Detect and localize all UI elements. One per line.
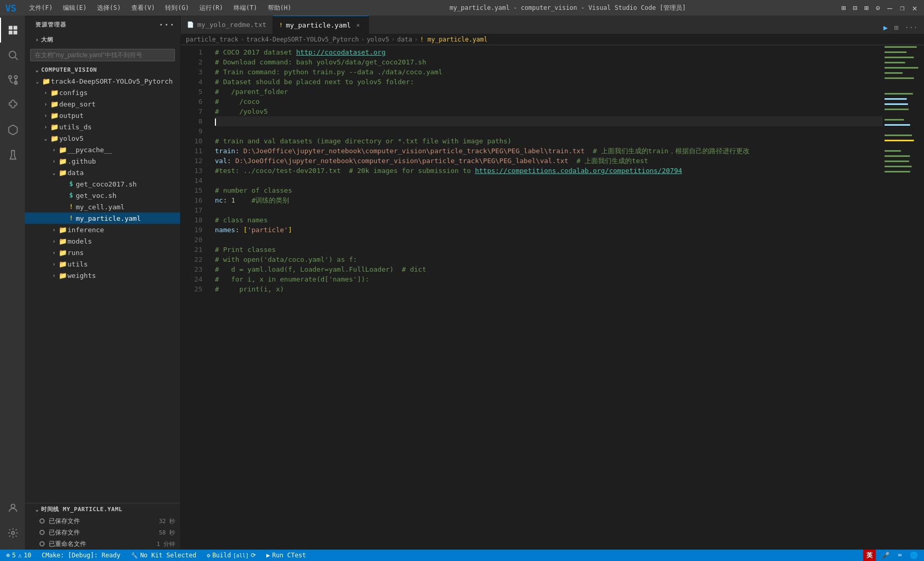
status-cmake[interactable]: CMake: [Debug]: Ready (39, 550, 123, 561)
menu-item-r[interactable]: 运行(R) (195, 3, 227, 14)
tree-item-get-voc[interactable]: › $ get_voc.sh (25, 190, 180, 201)
run-ctest-label: Run CTest (272, 552, 306, 559)
status-sougou[interactable]: 英 (863, 550, 876, 561)
tree-item-configs[interactable]: › 📁 configs (25, 87, 180, 98)
sidebar: 资源管理器 ··· › 大纲 ⌄ COMPUTER_VISION ⌄ 📁 tra… (25, 16, 181, 550)
status-no-kit[interactable]: 🔧 No Kit Selected (129, 550, 198, 561)
layout3-icon[interactable]: ⊞ (863, 4, 870, 11)
breadcrumb-part-0[interactable]: particle_track (186, 36, 238, 43)
code-line-18: # class names (215, 215, 882, 225)
tree-item-track4[interactable]: ⌄ 📁 track4-DeepSORT-YOLOv5_Pytorch (25, 75, 180, 87)
status-keyboard[interactable]: ⌨ (896, 550, 904, 561)
tab-close-yaml[interactable]: ✕ (354, 21, 362, 29)
timeline-item-3[interactable]: 已重命名文件 1 分钟 (25, 538, 180, 550)
tree-item-my-particle[interactable]: › ! my_particle.yaml (25, 212, 180, 224)
tree-item-pycache[interactable]: › 📁 __pycache__ (25, 144, 180, 155)
menu-item-g[interactable]: 转到(G) (161, 3, 193, 14)
translate-icon: 🌐 (910, 552, 918, 559)
warning-icon: ⚠ (18, 552, 21, 559)
code-line-11: train: D:\JoeOffice\jupyter_notebook\com… (215, 146, 882, 156)
status-run[interactable]: ▶ Run CTest (264, 550, 308, 561)
menu-item-v[interactable]: 查看(V) (127, 3, 159, 14)
timeline-dot-2 (39, 530, 45, 535)
timeline-item-2[interactable]: 已保存文件 58 秒 (25, 527, 180, 538)
search-input[interactable] (30, 49, 175, 61)
status-errors[interactable]: ⊗ 5 ⚠ 10 (4, 550, 33, 561)
timeline-header[interactable]: ⌄ 时间线 my_particle.yaml (25, 503, 180, 515)
editor-area: 📄 my_yolo_redme.txt ! my_particle.yaml ✕… (181, 16, 924, 550)
tree-item-output[interactable]: › 📁 output (25, 110, 180, 121)
timeline-dot-1 (39, 518, 45, 524)
close-button[interactable]: ✕ (911, 4, 919, 11)
outline-header[interactable]: › 大纲 (25, 34, 180, 46)
breadcrumb-part-4[interactable]: ! my_particle.yaml (420, 36, 487, 43)
tree-item-utils-ds[interactable]: › 📁 utils_ds (25, 121, 180, 132)
activity-extensions[interactable] (0, 117, 25, 142)
run-icon-status: ▶ (266, 552, 270, 559)
run-icon[interactable]: ▶ (881, 21, 890, 34)
breadcrumb-part-3[interactable]: data (397, 36, 412, 43)
activity-debug[interactable] (0, 92, 25, 117)
project-header[interactable]: ⌄ COMPUTER_VISION (25, 64, 180, 75)
menu-item-e[interactable]: 编辑(E) (59, 3, 91, 14)
file-explorer-tree: ⌄ COMPUTER_VISION ⌄ 📁 track4-DeepSORT-YO… (25, 64, 180, 503)
layout-icon[interactable]: ⊞ (840, 4, 847, 11)
menu-item-h[interactable]: 帮助(H) (264, 3, 296, 14)
code-line-20 (215, 235, 882, 245)
activity-search[interactable] (0, 43, 25, 68)
activity-test[interactable] (0, 142, 25, 167)
split-editor-icon[interactable]: ⊞ (892, 21, 900, 34)
file-label-get-coco: get_coco2017.sh (76, 180, 180, 188)
timeline-dot-3 (39, 541, 45, 546)
tree-item-runs[interactable]: › 📁 runs (25, 247, 180, 258)
tree-item-data[interactable]: ⌄ 📁 data (25, 167, 180, 178)
status-translate[interactable]: 🌐 (908, 550, 920, 561)
outline-label: 大纲 (41, 36, 53, 44)
minimize-button[interactable]: — (886, 4, 894, 11)
timeline-section: ⌄ 时间线 my_particle.yaml 已保存文件 32 秒 已保存文件 … (25, 503, 180, 550)
tree-item-utils[interactable]: › 📁 utils (25, 258, 180, 270)
code-area[interactable]: # COCO 2017 dataset http://cocodataset.o… (207, 45, 882, 550)
menu-item-f[interactable]: 文件(F) (25, 3, 57, 14)
status-mic[interactable]: 🎤 (880, 550, 892, 561)
code-line-23: # d = yaml.load(f, Loader=yaml.FullLoade… (215, 264, 882, 274)
sidebar-title: 资源管理器 (35, 21, 66, 29)
tab-my-yolo-redme[interactable]: 📄 my_yolo_redme.txt (181, 16, 273, 34)
tree-item-github[interactable]: › 📁 .github (25, 155, 180, 167)
editor-content[interactable]: 12345 678910 1112131415 1617181920 21222… (181, 45, 924, 550)
svg-point-4 (15, 76, 18, 79)
timeline-time-1: 32 秒 (159, 517, 175, 525)
line-numbers: 12345 678910 1112131415 1617181920 21222… (181, 45, 207, 550)
timeline-label: 时间线 my_particle.yaml (41, 505, 123, 513)
more-tabs-icon[interactable]: ··· (903, 21, 920, 34)
activity-explorer[interactable] (0, 18, 25, 43)
tree-item-yolov5[interactable]: ⌄ 📁 yolov5 (25, 132, 180, 144)
folder-label-utils-ds: utils_ds (59, 123, 180, 131)
status-build[interactable]: ⚙ Build [all] ⟳ (205, 550, 258, 561)
sync-icon: ⟳ (251, 552, 256, 559)
tree-item-weights[interactable]: › 📁 weights (25, 270, 180, 281)
code-line-9 (215, 126, 882, 136)
timeline-item-1[interactable]: 已保存文件 32 秒 (25, 515, 180, 527)
tree-item-models[interactable]: › 📁 models (25, 235, 180, 247)
tree-item-my-cell[interactable]: › ! my_cell.yaml (25, 201, 180, 212)
title-bar-menus: 文件(F)编辑(E)选择(S)查看(V)转到(G)运行(R)终端(T)帮助(H) (25, 3, 296, 14)
activity-source-control[interactable] (0, 68, 25, 92)
code-line-21: # Print classes (215, 245, 882, 255)
tree-item-deep-sort[interactable]: › 📁 deep_sort (25, 98, 180, 110)
breadcrumb-part-2[interactable]: yolov5 (366, 36, 389, 43)
activity-settings[interactable] (0, 520, 25, 545)
layout2-icon[interactable]: ⊟ (851, 4, 859, 11)
tree-item-get-coco[interactable]: › $ get_coco2017.sh (25, 178, 180, 190)
tree-item-inference[interactable]: › 📁 inference (25, 224, 180, 235)
breadcrumb-part-1[interactable]: track4-DeepSORT-YOLOv5_Pytorch (246, 36, 359, 43)
sidebar-more-icon[interactable]: ··· (158, 20, 175, 30)
menu-item-s[interactable]: 选择(S) (93, 3, 125, 14)
restore-button[interactable]: ❐ (898, 4, 906, 11)
tab-my-particle[interactable]: ! my_particle.yaml ✕ (273, 16, 369, 34)
menu-item-t[interactable]: 终端(T) (229, 3, 262, 14)
customize-icon[interactable]: ⊙ (874, 4, 881, 11)
folder-icon-track4: 📁 (42, 77, 51, 85)
activity-account[interactable] (0, 496, 25, 520)
folder-label-weights: weights (67, 272, 180, 279)
